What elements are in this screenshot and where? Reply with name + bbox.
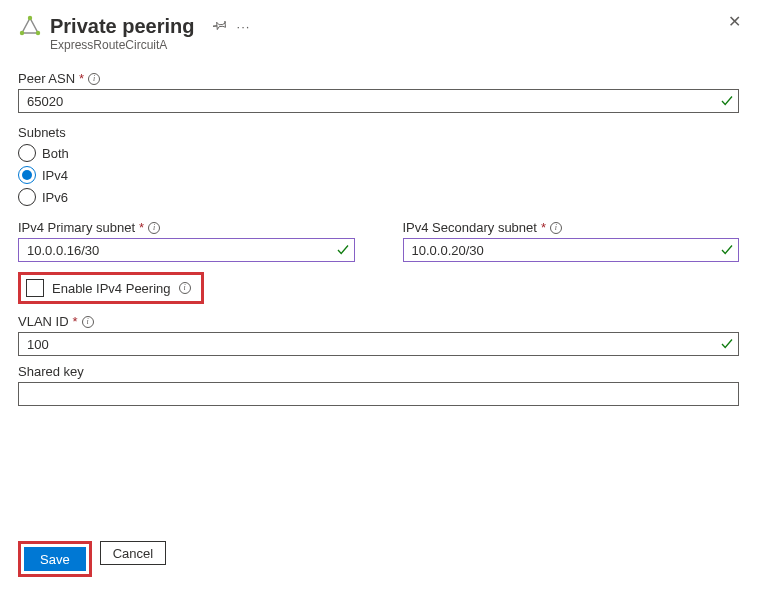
close-icon[interactable]: ✕ — [728, 14, 741, 30]
radio-ipv6[interactable]: IPv6 — [18, 188, 739, 206]
more-icon[interactable]: ··· — [237, 19, 251, 34]
shared-key-field: Shared key — [18, 364, 739, 406]
svg-point-0 — [28, 16, 32, 20]
ipv4-primary-input[interactable] — [18, 238, 355, 262]
ipv4-secondary-label: IPv4 Secondary subnet — [403, 220, 537, 235]
ipv4-secondary-input[interactable] — [403, 238, 740, 262]
save-button[interactable]: Save — [24, 547, 86, 571]
ipv4-primary-field: IPv4 Primary subnet * i — [18, 220, 355, 262]
cancel-button[interactable]: Cancel — [100, 541, 166, 565]
vlan-id-input[interactable] — [18, 332, 739, 356]
form-content: Peer ASN * i Subnets Both IPv4 — [18, 71, 739, 406]
radio-ipv4-label: IPv4 — [42, 168, 68, 183]
subnets-label: Subnets — [18, 125, 739, 140]
svg-point-2 — [20, 31, 24, 35]
page-subtitle: ExpressRouteCircuitA — [50, 37, 195, 53]
private-peering-blade: Private peering ExpressRouteCircuitA ···… — [0, 0, 757, 595]
info-icon[interactable]: i — [82, 316, 94, 328]
save-highlight: Save — [18, 541, 92, 577]
enable-ipv4-peering-checkbox[interactable] — [26, 279, 44, 297]
peer-asn-label: Peer ASN — [18, 71, 75, 86]
enable-ipv4-peering-row: Enable IPv4 Peering i — [18, 272, 204, 304]
svg-point-1 — [36, 31, 40, 35]
radio-both-label: Both — [42, 146, 69, 161]
radio-both[interactable]: Both — [18, 144, 739, 162]
info-icon[interactable]: i — [148, 222, 160, 234]
required-asterisk: * — [79, 71, 84, 86]
info-icon[interactable]: i — [88, 73, 100, 85]
ipv4-secondary-field: IPv4 Secondary subnet * i — [403, 220, 740, 262]
shared-key-label: Shared key — [18, 364, 84, 379]
required-asterisk: * — [541, 220, 546, 235]
peer-asn-field: Peer ASN * i — [18, 71, 739, 113]
info-icon[interactable]: i — [179, 282, 191, 294]
required-asterisk: * — [139, 220, 144, 235]
peer-asn-input[interactable] — [18, 89, 739, 113]
shared-key-input[interactable] — [18, 382, 739, 406]
required-asterisk: * — [73, 314, 78, 329]
page-title: Private peering — [50, 14, 195, 38]
peering-logo-icon — [18, 15, 42, 39]
blade-footer: Save Cancel — [18, 541, 166, 577]
info-icon[interactable]: i — [550, 222, 562, 234]
vlan-id-label: VLAN ID — [18, 314, 69, 329]
radio-ipv4[interactable]: IPv4 — [18, 166, 739, 184]
pin-icon[interactable] — [213, 18, 227, 35]
enable-ipv4-peering-label: Enable IPv4 Peering — [52, 281, 171, 296]
vlan-id-field: VLAN ID * i — [18, 314, 739, 356]
radio-ipv6-label: IPv6 — [42, 190, 68, 205]
subnets-radio-group: Both IPv4 IPv6 — [18, 144, 739, 206]
ipv4-primary-label: IPv4 Primary subnet — [18, 220, 135, 235]
blade-header: Private peering ExpressRouteCircuitA ···… — [18, 14, 739, 53]
